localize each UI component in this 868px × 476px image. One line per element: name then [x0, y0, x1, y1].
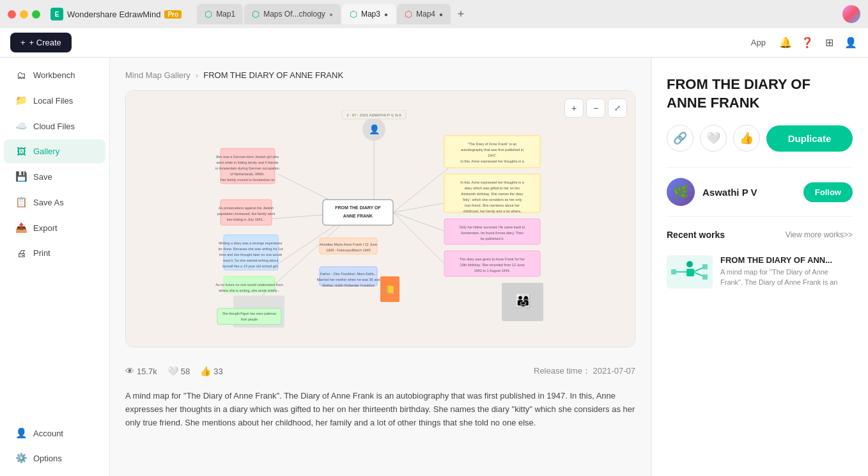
svg-rect-76 [702, 264, 708, 269]
add-tab-button[interactable]: + [452, 5, 470, 23]
svg-text:Annelies Marie Anne Frank I 12: Annelies Marie Anne Frank I 12 June [320, 242, 377, 246]
user-avatar[interactable] [842, 5, 860, 23]
tab-map1[interactable]: ⬡ Map1 [197, 4, 243, 24]
app-icon: E [50, 8, 63, 20]
recent-work-thumbnail [667, 255, 713, 289]
svg-text:herself like a 13 year old sch: herself like a 13 year old school girl. [222, 264, 279, 268]
breadcrumb-parent[interactable]: Mind Map Gallery [125, 70, 190, 80]
svg-text:in Amsterdam during German occ: in Amsterdam during German occupation [215, 166, 279, 170]
sidebar-item-save-as-label: Save As [33, 198, 64, 207]
release-label: Release time： [534, 366, 591, 376]
follow-button[interactable]: Follow [803, 182, 853, 202]
user-icon[interactable]: 👤 [844, 36, 858, 50]
sidebar-item-workbench-label: Workbench [33, 70, 75, 80]
tab-map4[interactable]: ⬡ Map4 ● [397, 4, 451, 24]
sidebar-item-save[interactable]: 💾 Save [4, 164, 105, 189]
sidebar-item-options[interactable]: ⚙️ Options [4, 446, 105, 470]
thumbs-up-button[interactable]: 👍 [733, 125, 760, 152]
svg-text:time and she thought later no : time and she thought later no one would [219, 253, 282, 257]
svg-text:She thought Paper has more pat: She thought Paper has more patience [222, 312, 276, 315]
sidebar-item-cloud-files[interactable]: ☁️ Cloud Files [4, 114, 105, 138]
fullscreen-button[interactable]: ⤢ [608, 99, 627, 118]
sidebar: 🗂 Workbench 📁 Local Files ☁️ Cloud Files… [0, 58, 110, 476]
save-icon: 💾 [15, 171, 27, 182]
share-icon: 🔗 [673, 131, 687, 145]
app-brand: E Wondershare EdrawMind Pro [50, 8, 182, 20]
svg-text:1 - 07 - 2021 ASWATHI P V, N A: 1 - 07 - 2021 ASWATHI P V, N A [346, 113, 401, 117]
tab-maps-of-chology[interactable]: ⬡ Maps Of...chology ● [244, 4, 341, 24]
app-button[interactable]: App [746, 35, 771, 50]
toolbar-right: App 🔔 ❓ ⊞ 👤 [746, 35, 858, 50]
cloud-files-icon: ☁️ [15, 120, 27, 132]
sidebar-item-account[interactable]: 👤 Account [4, 421, 105, 445]
svg-text:In this, Anne expressed her th: In this, Anne expressed her thoughts in … [460, 159, 525, 163]
view-more-link[interactable]: View more works>> [786, 230, 853, 239]
breadcrumb-separator: › [196, 70, 198, 80]
account-icon: 👤 [15, 427, 27, 439]
views-stat: 👁 15.7k [125, 366, 157, 376]
close-button[interactable] [8, 10, 16, 19]
sidebar-item-workbench[interactable]: 🗂 Workbench [4, 63, 105, 87]
recent-work-item[interactable]: FROM THE DIARY OF ANN... A mind map for … [667, 249, 853, 295]
heart-icon: 🤍 [706, 131, 720, 145]
share-button[interactable]: 🔗 [667, 125, 694, 152]
thumbs-up-icon: 👍 [740, 131, 754, 145]
titlebar-right [842, 5, 860, 23]
map-preview-container: + − ⤢ [125, 90, 635, 347]
save-as-icon: 📋 [15, 196, 27, 208]
svg-text:1942 to 1 August 1944.: 1942 to 1 August 1944. [474, 269, 511, 273]
svg-text:than people: than people [241, 317, 258, 321]
action-buttons: 🔗 🤍 👍 Duplicate [667, 125, 853, 152]
sidebar-item-gallery[interactable]: 🖼 Gallery [4, 139, 105, 163]
sidebar-item-save-as[interactable]: 📋 Save As [4, 190, 105, 214]
svg-rect-77 [702, 274, 708, 280]
sidebar-item-local-files[interactable]: 📁 Local Files [4, 88, 105, 113]
like-button[interactable]: 🤍 [700, 125, 727, 152]
export-icon: 📤 [15, 222, 27, 234]
create-button[interactable]: + + Create [10, 33, 72, 52]
grid-icon[interactable]: ⊞ [822, 36, 836, 50]
sidebar-bottom: 👤 Account ⚙️ Options [0, 420, 109, 471]
breadcrumb-current: FROM THE DIARY OF ANNE FRANK [203, 70, 343, 80]
sidebar-item-account-label: Account [33, 429, 63, 438]
tab-map3[interactable]: ⬡ Map3 ● [342, 4, 396, 24]
thumbs-icon: 👍 [200, 366, 211, 376]
recent-works-header: Recent works View more works>> [667, 230, 853, 240]
tab-maps-label: Maps Of...chology [263, 10, 325, 19]
tab-bar: ⬡ Map1 ⬡ Maps Of...chology ● ⬡ Map3 ● ⬡ … [197, 4, 837, 24]
recent-work-info: FROM THE DIARY OF ANN... A mind map for … [720, 255, 853, 287]
release-time: Release time： 2021-07-07 [534, 365, 635, 377]
svg-text:thirteenth birthday. She names: thirteenth birthday. She names the diary [461, 192, 523, 196]
svg-text:As prosecutions against the Je: As prosecutions against the Jewish [219, 206, 274, 210]
create-plus-icon: + [20, 38, 26, 47]
likes-stat: 🤍 58 [167, 366, 190, 376]
svg-text:Father - Otto Frankfurt, Mom E: Father - Otto Frankfurt, Mom Edith... [320, 272, 377, 276]
duplicate-button[interactable]: Duplicate [766, 125, 853, 152]
svg-text:1929 - February/March 1945: 1929 - February/March 1945 [326, 248, 371, 252]
help-icon[interactable]: ❓ [800, 36, 814, 50]
svg-text:FROM THE DIARY OF: FROM THE DIARY OF [335, 205, 381, 210]
views-icon: 👁 [125, 366, 134, 376]
minimize-button[interactable] [20, 10, 28, 19]
gallery-icon: 🖼 [15, 146, 27, 157]
tab-map1-label: Map1 [216, 10, 235, 19]
sidebar-item-cloud-files-label: Cloud Files [33, 122, 75, 131]
recent-works-title: Recent works [667, 230, 725, 240]
thumbs-count: 33 [213, 367, 222, 376]
svg-text:Mother: Edith Hollander Frankf: Mother: Edith Hollander Frankfurt [322, 283, 375, 287]
sidebar-item-export[interactable]: 📤 Export [4, 216, 105, 240]
zoom-in-button[interactable]: + [564, 99, 584, 118]
zoom-out-button[interactable]: − [586, 99, 605, 118]
svg-text:The diary was given to Anne Fr: The diary was given to Anne Frank for he… [460, 257, 525, 261]
svg-text:'kitty', which she considers a: 'kitty', which she considers as her only [463, 198, 522, 202]
svg-text:She was a German-born Jewish g: She was a German-born Jewish girl who [216, 155, 279, 159]
svg-text:diary which was gifted to her : diary which was gifted to her on her [465, 186, 520, 190]
maximize-button[interactable] [32, 10, 40, 19]
svg-text:👨‍👩‍👧: 👨‍👩‍👧 [515, 293, 531, 308]
workbench-icon: 🗂 [15, 70, 27, 81]
content-area: Mind Map Gallery › FROM THE DIARY OF ANN… [110, 58, 651, 476]
author-name: Aswathi P V [702, 187, 796, 198]
svg-point-71 [686, 261, 693, 267]
sidebar-item-print[interactable]: 🖨 Print [4, 241, 105, 265]
notification-icon[interactable]: 🔔 [779, 36, 793, 50]
